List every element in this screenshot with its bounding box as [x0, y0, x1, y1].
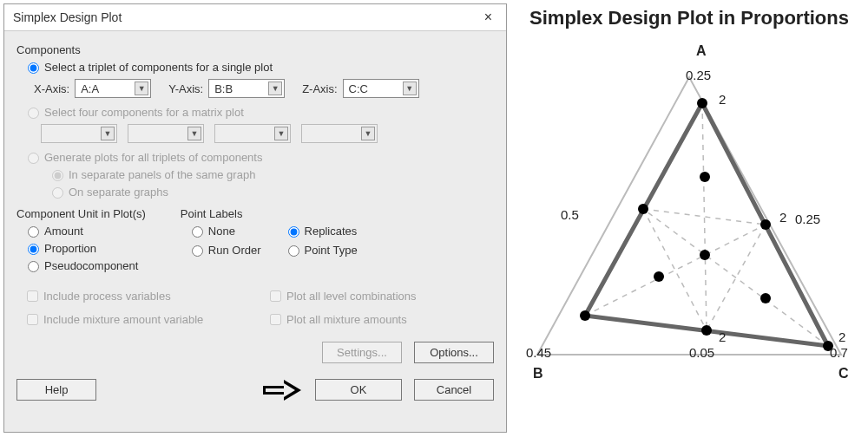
tick-c: 0.7: [830, 345, 848, 360]
chk-process-vars[interactable]: Include process variables: [16, 286, 251, 306]
titlebar: Simplex Design Plot ×: [4, 4, 506, 31]
chk-mix-amount-var-label: Include mixture amount variable: [43, 313, 203, 326]
rep-label-a: 2: [719, 92, 726, 107]
radio-pseudo-input[interactable]: [28, 261, 39, 272]
rep-label-c: 2: [838, 329, 845, 344]
z-axis-select[interactable]: C:C ▼: [343, 79, 419, 98]
radio-pl-replicates-input[interactable]: [288, 226, 299, 238]
dialog-content: Components Select a triplet of component…: [4, 31, 506, 432]
vertex-b-label: B: [533, 366, 543, 382]
radio-amount-label: Amount: [44, 225, 83, 238]
chevron-down-icon: ▼: [403, 82, 417, 95]
radio-amount[interactable]: Amount: [16, 222, 146, 239]
chk-plot-all-mix[interactable]: Plot all mixture amounts: [260, 310, 494, 329]
x-axis-select[interactable]: A:A ▼: [75, 79, 151, 98]
chk-process-vars-label: Include process variables: [43, 290, 171, 303]
radio-triplet-label: Select a triplet of components for a sin…: [44, 61, 273, 74]
mid-ab: 0.5: [561, 207, 579, 222]
unit-col: Component Unit in Plot(s) Amount Proport…: [16, 207, 146, 274]
point-labels-col: Point Labels None Replicates Run Order: [181, 207, 358, 274]
radio-amount-input[interactable]: [28, 226, 39, 238]
point-labels-header: Point Labels: [181, 207, 358, 220]
chk-mix-amount-var-input[interactable]: [27, 314, 38, 325]
rep-label-bc: 2: [719, 329, 726, 344]
radio-pl-point-type-input[interactable]: [288, 245, 299, 257]
chk-plot-all-mix-input[interactable]: [270, 314, 281, 325]
matrix-select-3: ▼: [214, 124, 291, 143]
cancel-button[interactable]: Cancel: [414, 379, 494, 401]
radio-separate-panels-input[interactable]: [52, 170, 63, 181]
radio-matrix-input[interactable]: [28, 108, 39, 119]
ternary-plot: A B C 0.25 0.45 0.7 0.5 0.25 0.05 2 2 2 …: [524, 38, 854, 394]
tick-a: 0.25: [686, 68, 711, 82]
vertex-a-label: A: [696, 43, 707, 59]
chk-mix-amount-var[interactable]: Include mixture amount variable: [16, 310, 251, 329]
svg-point-17: [700, 250, 710, 260]
y-axis-value: B:B: [214, 82, 233, 95]
rep-label-ac: 2: [779, 210, 786, 225]
svg-line-3: [643, 209, 707, 330]
chk-plot-all-level[interactable]: Plot all level combinations: [260, 286, 494, 306]
unit-header: Component Unit in Plot(s): [16, 207, 146, 220]
radio-pl-none-input[interactable]: [192, 226, 203, 238]
chk-plot-all-level-label: Plot all level combinations: [286, 290, 417, 303]
radio-separate-panels-label: In separate panels of the same graph: [69, 168, 255, 181]
radio-pl-run-order-input[interactable]: [192, 245, 203, 257]
radio-triplet[interactable]: Select a triplet of components for a sin…: [16, 58, 494, 75]
simplex-design-dialog: Simplex Design Plot × Components Select …: [3, 3, 507, 433]
chk-process-vars-input[interactable]: [27, 290, 38, 302]
close-icon[interactable]: ×: [479, 10, 497, 25]
svg-marker-1: [585, 103, 828, 346]
chart-title: Simplex Design Plot in Proportions: [519, 7, 859, 29]
radio-all-triplets[interactable]: Generate plots for all triplets of compo…: [16, 148, 494, 166]
radio-pl-run-order[interactable]: Run Order: [181, 241, 261, 258]
radio-pl-none[interactable]: None: [181, 222, 261, 239]
radio-matrix[interactable]: Select four components for a matrix plot: [16, 103, 494, 121]
chart-panel: Simplex Design Plot in Proportions: [510, 0, 868, 437]
mid-bc: 0.05: [689, 345, 714, 360]
chevron-down-icon: ▼: [101, 127, 115, 140]
chk-plot-all-level-input[interactable]: [270, 290, 281, 302]
radio-separate-panels[interactable]: In separate panels of the same graph: [16, 166, 494, 183]
matrix-selects: ▼ ▼ ▼ ▼: [16, 121, 494, 148]
chevron-down-icon: ▼: [361, 127, 375, 140]
radio-pl-point-type-label: Point Type: [305, 244, 358, 257]
y-axis-label: Y-Axis:: [168, 82, 203, 95]
radio-pl-none-label: None: [208, 225, 235, 238]
y-axis-select[interactable]: B:B ▼: [208, 79, 285, 98]
mid-ac: 0.25: [795, 212, 820, 226]
radio-separate-graphs-input[interactable]: [52, 187, 63, 199]
radio-pl-replicates-label: Replicates: [305, 225, 358, 238]
radio-pl-run-order-label: Run Order: [208, 244, 261, 257]
settings-options-row: Settings... Options...: [16, 342, 494, 363]
settings-button[interactable]: Settings...: [322, 342, 402, 363]
components-label: Components: [16, 43, 494, 56]
radio-pseudo-label: Pseudocomponent: [44, 259, 138, 272]
help-button[interactable]: Help: [16, 379, 96, 401]
ok-button[interactable]: OK: [315, 379, 402, 401]
radio-all-triplets-input[interactable]: [28, 153, 39, 164]
radio-all-triplets-label: Generate plots for all triplets of compo…: [44, 151, 262, 164]
radio-pl-replicates[interactable]: Replicates: [277, 222, 358, 239]
radio-pseudo[interactable]: Pseudocomponent: [16, 257, 146, 274]
arrow-pointer-icon: [263, 381, 303, 400]
chevron-down-icon: ▼: [187, 127, 201, 140]
radio-pl-point-type[interactable]: Point Type: [277, 241, 358, 258]
matrix-select-2: ▼: [128, 124, 204, 143]
radio-separate-graphs[interactable]: On separate graphs: [16, 183, 494, 200]
z-axis-value: C:C: [349, 82, 368, 95]
x-axis-value: A:A: [81, 82, 99, 95]
vertex-c-label: C: [838, 366, 849, 382]
svg-point-13: [701, 325, 712, 336]
radio-separate-graphs-label: On separate graphs: [69, 186, 168, 199]
radio-proportion[interactable]: Proportion: [16, 239, 146, 257]
matrix-select-4: ▼: [301, 124, 378, 143]
svg-point-16: [760, 293, 771, 303]
tick-b: 0.45: [526, 345, 551, 360]
svg-point-15: [654, 271, 664, 282]
matrix-select-1: ▼: [41, 124, 117, 143]
radio-triplet-input[interactable]: [28, 62, 39, 74]
chevron-down-icon: ▼: [135, 82, 148, 95]
options-button[interactable]: Options...: [414, 342, 494, 363]
radio-proportion-input[interactable]: [28, 244, 39, 255]
